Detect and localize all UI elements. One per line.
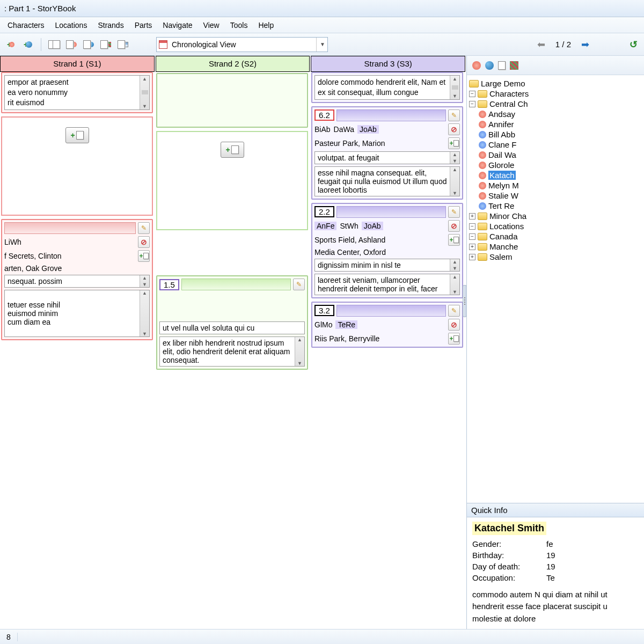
strand-header-2[interactable]: Strand 2 (S2) xyxy=(156,56,310,72)
splitter-handle[interactable] xyxy=(463,285,467,317)
strand-header-3[interactable]: Strand 3 (S3) xyxy=(311,56,465,72)
tree-character[interactable]: Glorole xyxy=(469,160,642,170)
project-tree[interactable]: Large Demo −Characters −Central Ch Andsa… xyxy=(467,75,644,503)
tree-character[interactable]: Annifer xyxy=(469,119,642,129)
scene-card[interactable]: 1.5 ✎ ut vel nulla vel soluta qui cu ex … xyxy=(156,275,308,370)
scene-text[interactable]: empor at praesent ea vero nonummy rit eu… xyxy=(4,75,150,110)
expand-icon[interactable]: + xyxy=(469,254,475,260)
scene-card[interactable]: 2.2 ✎ AnFe StWh JoAb ⊘ Sports Field, Ash… xyxy=(311,203,463,298)
scene-title[interactable] xyxy=(336,109,446,121)
view-selector[interactable]: Chronological View ▼ xyxy=(156,37,328,52)
menu-navigate[interactable]: Navigate xyxy=(157,19,197,32)
add-scene-button[interactable]: + xyxy=(65,127,89,143)
tree-minor[interactable]: Minor Cha xyxy=(489,211,526,221)
edit-scene-button[interactable]: ✎ xyxy=(293,279,305,290)
tree-central[interactable]: Central Ch xyxy=(489,99,528,108)
menu-locations[interactable]: Locations xyxy=(49,19,92,32)
scene-card[interactable]: empor at praesent ea vero nonummy rit eu… xyxy=(1,72,153,113)
menu-help[interactable]: Help xyxy=(253,19,279,32)
scene-text[interactable]: nsequat. possim ▲▼ xyxy=(4,275,150,288)
tree-character[interactable]: Andsay xyxy=(469,109,642,119)
tree-character[interactable]: Melyn M xyxy=(469,180,642,191)
quick-info-panel: Quick Info Katachel Smith Gender:fe Birt… xyxy=(467,503,644,630)
delete-scene-button[interactable]: ⊘ xyxy=(448,220,460,232)
add-scene-item-button[interactable]: + xyxy=(448,137,460,149)
strand-column-3: dolore commodo hendrerit elit, Nam et ex… xyxy=(311,73,463,628)
tree-location[interactable]: Manche xyxy=(489,242,518,251)
scene-text[interactable]: dolore commodo hendrerit elit, Nam et ex… xyxy=(314,75,460,100)
tree-locations[interactable]: Locations xyxy=(489,222,524,231)
collapse-icon[interactable]: − xyxy=(469,91,475,97)
strands-filter-icon[interactable] xyxy=(510,61,518,70)
scene-text[interactable]: volutpat. at feugait▲▼ xyxy=(314,151,460,164)
delete-scene-button[interactable]: ⊘ xyxy=(448,319,460,331)
collapse-icon[interactable]: − xyxy=(469,223,475,230)
edit-scene-button[interactable]: ✎ xyxy=(448,109,460,121)
empty-scene-slot[interactable]: + xyxy=(1,116,153,216)
add-scene-item-button[interactable]: + xyxy=(448,234,460,246)
menu-characters[interactable]: Characters xyxy=(2,19,49,32)
tree-root[interactable]: Large Demo xyxy=(481,79,525,88)
scene-card[interactable]: 6.2 ✎ BiAb DaWa JoAb ⊘ Pasteur Park, Mar… xyxy=(311,106,463,200)
scene-text[interactable]: ut vel nulla vel soluta qui cu xyxy=(159,321,305,334)
toolbar-doc-location[interactable] xyxy=(81,37,96,52)
scene-text[interactable]: laoreet sit veniam, ullamcorper hendreri… xyxy=(314,274,460,295)
tree-location[interactable]: Salem xyxy=(489,252,513,261)
tree-location[interactable]: Canada xyxy=(489,232,518,241)
tree-character[interactable]: Bill Abb xyxy=(469,129,642,140)
scene-text[interactable]: ex liber nibh hendrerit nostrud ipsum el… xyxy=(159,336,305,367)
tree-character[interactable]: Clane F xyxy=(469,140,642,150)
scene-card[interactable]: 3.2 ✎ GlMo TeRe ⊘ Riis Park, Berryville … xyxy=(311,302,463,348)
pager-prev[interactable]: ⬅ xyxy=(535,38,548,51)
delete-scene-button[interactable]: ⊘ xyxy=(138,236,150,248)
status-left: 8 xyxy=(0,633,18,641)
expand-icon[interactable]: + xyxy=(469,213,475,219)
tree-characters[interactable]: Characters xyxy=(489,89,529,98)
menu-view[interactable]: View xyxy=(198,19,225,32)
add-scene-item-button[interactable]: + xyxy=(138,250,150,262)
window-titlebar: : Part 1 - StorYBook xyxy=(0,0,644,17)
toolbar-doc-person[interactable] xyxy=(64,37,79,52)
scene-title[interactable] xyxy=(336,206,446,218)
menu-parts[interactable]: Parts xyxy=(129,19,158,32)
toolbar-new-location[interactable]: + xyxy=(20,37,35,52)
scene-text[interactable]: tetuer esse nihil euismod minim cum diam… xyxy=(4,290,150,337)
scene-card[interactable]: dolore commodo hendrerit elit, Nam et ex… xyxy=(311,72,463,103)
menu-strands[interactable]: Strands xyxy=(92,19,129,32)
edit-scene-button[interactable]: ✎ xyxy=(448,206,460,218)
locations-filter-icon[interactable] xyxy=(485,61,494,70)
toolbar-new-person[interactable]: + xyxy=(3,37,18,52)
empty-scene-slot[interactable]: + xyxy=(156,131,308,230)
menu-tools[interactable]: Tools xyxy=(225,19,253,32)
add-scene-item-button[interactable]: + xyxy=(448,333,460,345)
scene-card[interactable]: ✎ LiWh ⊘ f Secrets, Clinton + arten, Oak… xyxy=(1,219,153,340)
strand-header-1[interactable]: Strand 1 (S1) xyxy=(0,56,155,72)
expand-icon[interactable]: + xyxy=(469,244,475,250)
scene-text[interactable]: esse nihil magna consequat. elit, feugai… xyxy=(314,166,460,196)
tree-character[interactable]: Tert Re xyxy=(469,201,642,211)
documents-filter-icon[interactable] xyxy=(498,61,506,70)
scene-card[interactable] xyxy=(156,73,308,128)
tree-character[interactable]: Katach xyxy=(469,170,642,180)
person-icon xyxy=(479,182,486,189)
edit-scene-button[interactable]: ✎ xyxy=(448,305,460,317)
toolbar-refresh[interactable]: ↻ xyxy=(626,37,641,52)
qi-label: Day of death: xyxy=(472,562,542,571)
scene-title[interactable] xyxy=(181,279,291,290)
collapse-icon[interactable]: − xyxy=(469,101,475,107)
toolbar-doc-grid[interactable] xyxy=(115,37,130,52)
person-icon xyxy=(479,202,486,210)
toolbar-doc-strand[interactable] xyxy=(98,37,113,52)
add-scene-button[interactable]: + xyxy=(221,142,244,158)
toolbar-copy-docs[interactable] xyxy=(47,37,62,52)
collapse-icon[interactable]: − xyxy=(469,233,475,240)
menu-bar: Characters Locations Strands Parts Navig… xyxy=(0,17,644,33)
characters-filter-icon[interactable] xyxy=(472,61,481,70)
pager-next[interactable]: ➡ xyxy=(579,38,591,51)
tree-character[interactable]: Stalie W xyxy=(469,191,642,201)
tree-character[interactable]: Dail Wa xyxy=(469,150,642,160)
delete-scene-button[interactable]: ⊘ xyxy=(448,123,460,135)
scene-text[interactable]: dignissim minim in nisl te▲▼ xyxy=(314,259,460,272)
scene-title[interactable] xyxy=(336,305,446,317)
edit-scene-button[interactable]: ✎ xyxy=(138,222,150,234)
